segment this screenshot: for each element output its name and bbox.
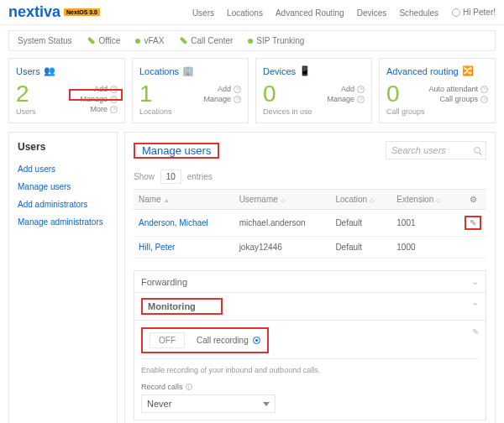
search-input[interactable]: Search users (386, 141, 486, 159)
sidebar-add-users[interactable]: Add users (18, 164, 108, 174)
nav-locations[interactable]: Locations (227, 8, 263, 18)
card-locations: Locations 🏢 1 Locations Add Manage (132, 58, 249, 123)
entries-count[interactable]: 10 (160, 170, 181, 184)
entries-control: Show 10 entries (134, 170, 486, 184)
gear-icon (452, 8, 460, 17)
subnav-office[interactable]: Office (87, 36, 120, 45)
highlight-off-callrec: OFF Call recording (141, 327, 269, 353)
info-icon[interactable]: i (186, 384, 192, 390)
call-groups-link[interactable]: Call groups (428, 95, 488, 103)
search-icon (474, 147, 480, 154)
sort-asc-icon: ▲ (164, 197, 170, 203)
col-username[interactable]: Username◇ (234, 190, 331, 210)
cell-location: Default (330, 237, 391, 258)
devices-manage-link[interactable]: Manage (327, 95, 365, 103)
chevron-right-icon (110, 106, 118, 113)
acc-monitoring[interactable]: Monitoring ⌃ (134, 293, 486, 321)
summary-cards: Users 👥 2 Users Add Manage More Location… (0, 58, 504, 132)
locations-manage-link[interactable]: Manage (203, 95, 241, 103)
brand-logo: nextiva NextOS 3.0 (8, 3, 100, 21)
subnav-sip-trunking[interactable]: SIP Trunking (248, 36, 304, 45)
sidebar: Users Add users Manage users Add adminis… (8, 132, 118, 423)
locations-count: 1 (139, 83, 172, 104)
phone-icon (179, 37, 187, 45)
card-devices: Devices 📱 0 Devices in use Add Manage (255, 58, 372, 123)
subnav-system-status[interactable]: System Status (18, 36, 71, 45)
routing-count: 0 (386, 83, 425, 104)
users-count: 2 (16, 83, 36, 104)
primary-nav: Users Locations Advanced Routing Devices… (182, 8, 438, 18)
col-name[interactable]: Name▲ (134, 190, 234, 210)
col-location[interactable]: Location◇ (330, 190, 391, 210)
secondary-nav: System Status Office vFAX Call Center SI… (8, 30, 496, 51)
caret-down-icon (263, 402, 270, 406)
highlight-edit-user: ✎ (465, 216, 481, 230)
call-recording-option[interactable]: Call recording (197, 336, 260, 345)
table-row[interactable]: Hill, Peter jokay12446 Default 1000 (134, 237, 486, 258)
topbar: nextiva NextOS 3.0 Users Locations Advan… (0, 0, 504, 25)
auto-attendant-link[interactable]: Auto attendant (428, 85, 488, 93)
gear-icon: ⚙ (470, 195, 477, 204)
routing-icon: 🔀 (462, 65, 474, 76)
cell-extension: 1001 (391, 210, 459, 237)
sidebar-manage-admins[interactable]: Manage administrators (18, 217, 108, 227)
highlight-manage-users-title: Manage users (134, 143, 219, 159)
cell-extension: 1000 (391, 237, 459, 258)
card-adv-routing: Advanced routing 🔀 0 Call groups Auto at… (379, 58, 496, 123)
cell-name[interactable]: Hill, Peter (134, 237, 234, 258)
card-users: Users 👥 2 Users Add Manage More (8, 58, 125, 123)
chevron-up-icon: ⌃ (471, 301, 479, 312)
col-actions: ⚙ (459, 190, 486, 210)
cell-username: jokay12446 (234, 237, 331, 258)
table-row[interactable]: Anderson, Michael michael.anderson Defau… (134, 210, 486, 237)
sort-icon: ◇ (281, 197, 285, 204)
card-sub: Users (16, 107, 36, 116)
devices-count: 0 (263, 83, 312, 104)
status-icon (248, 39, 253, 44)
main-panel: Manage users Search users Show 10 entrie… (124, 132, 496, 423)
locations-add-link[interactable]: Add (203, 85, 241, 93)
col-extension[interactable]: Extension◇ (391, 190, 459, 210)
cell-name[interactable]: Anderson, Michael (134, 210, 234, 237)
users-icon: 👥 (44, 65, 55, 76)
status-icon (135, 39, 140, 44)
devices-add-link[interactable]: Add (327, 85, 365, 93)
record-calls-label: Record callsi (141, 383, 479, 391)
users-more-link[interactable]: More (80, 105, 118, 113)
chevron-down-icon: ⌄ (471, 276, 479, 287)
subnav-vfax[interactable]: vFAX (135, 36, 164, 45)
monitoring-panel: OFF Call recording ✎ Enable recording of… (134, 321, 486, 420)
users-table: Name▲ Username◇ Location◇ Extension◇ ⚙ A… (134, 189, 486, 258)
edit-icon[interactable]: ✎ (470, 218, 476, 227)
acc-forwarding[interactable]: Forwarding ⌄ (134, 270, 486, 293)
accordion: Forwarding ⌄ Monitoring ⌃ OFF Call recor… (134, 270, 486, 420)
locations-icon: 🏢 (182, 65, 194, 76)
sidebar-title: Users (18, 141, 108, 153)
card-title: Users 👥 (16, 65, 118, 76)
edit-icon[interactable]: ✎ (472, 327, 479, 337)
cell-username: michael.anderson (234, 210, 331, 237)
off-toggle[interactable]: OFF (150, 332, 185, 348)
page-title: Manage users (135, 141, 218, 160)
nav-advanced-routing[interactable]: Advanced Routing (276, 8, 344, 18)
phone-icon (87, 37, 95, 45)
highlight-monitoring: Monitoring (141, 298, 223, 315)
monitoring-description: Enable recording of your inbound and out… (141, 366, 479, 374)
nav-schedules[interactable]: Schedules (399, 8, 438, 18)
sort-icon: ◇ (370, 197, 374, 204)
nav-devices[interactable]: Devices (357, 8, 387, 18)
devices-icon: 📱 (299, 65, 311, 76)
nav-users[interactable]: Users (192, 8, 214, 18)
user-greeting[interactable]: Hi Peter! (452, 8, 496, 17)
record-calls-select[interactable]: Never (141, 394, 276, 413)
sort-icon: ◇ (436, 197, 440, 204)
subnav-call-center[interactable]: Call Center (179, 36, 233, 45)
radio-selected-icon (253, 337, 260, 344)
sidebar-manage-users[interactable]: Manage users (18, 182, 108, 191)
highlight-users-manage (69, 89, 123, 101)
cell-location: Default (330, 210, 391, 237)
sidebar-add-admins[interactable]: Add administrators (18, 200, 108, 209)
lower-section: Users Add users Manage users Add adminis… (0, 132, 504, 423)
